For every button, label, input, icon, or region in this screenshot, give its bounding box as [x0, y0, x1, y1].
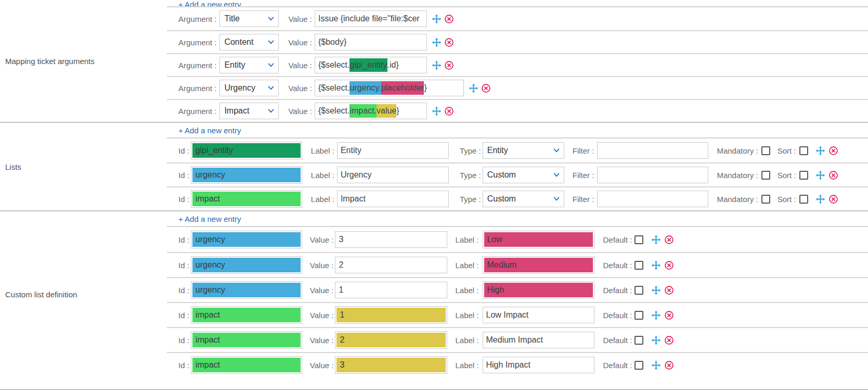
delete-icon[interactable]: [444, 60, 454, 70]
delete-icon[interactable]: [444, 14, 454, 24]
value-text: .id}: [387, 60, 399, 70]
move-icon[interactable]: [651, 235, 661, 245]
argument-select[interactable]: Urgency: [219, 80, 279, 96]
add-entry-link-mapping[interactable]: + Add a new entry: [178, 0, 241, 6]
value-label: Value :: [310, 286, 334, 295]
move-icon[interactable]: [432, 37, 442, 47]
delete-icon[interactable]: [664, 260, 674, 270]
id-input[interactable]: impact: [191, 331, 302, 349]
mandatory-checkbox[interactable]: [761, 195, 770, 204]
delete-icon[interactable]: [828, 194, 838, 204]
label-input[interactable]: High: [483, 281, 594, 299]
delete-icon[interactable]: [828, 146, 838, 156]
filter-input[interactable]: [597, 167, 708, 183]
move-icon[interactable]: [651, 335, 661, 345]
argument-select[interactable]: Title: [219, 10, 279, 27]
argument-select[interactable]: Content: [219, 34, 279, 51]
move-icon[interactable]: [651, 310, 661, 320]
label-input[interactable]: Low: [483, 231, 594, 248]
id-text: impact: [196, 360, 220, 370]
sort-checkbox[interactable]: [799, 195, 808, 204]
sort-label: Sort :: [778, 146, 796, 155]
move-icon[interactable]: [432, 60, 442, 70]
label-input[interactable]: [483, 332, 594, 348]
delete-icon[interactable]: [664, 285, 674, 295]
id-input[interactable]: impact: [191, 190, 302, 208]
custom-row-impact-low: Id : impact Value : 1 Label : Default :: [167, 302, 868, 327]
move-icon[interactable]: [815, 146, 825, 156]
delete-icon[interactable]: [444, 106, 454, 116]
id-label: Id :: [178, 171, 189, 180]
default-checkbox[interactable]: [634, 286, 643, 295]
default-label: Default :: [603, 336, 632, 345]
value-input[interactable]: [335, 257, 447, 273]
id-input[interactable]: urgency: [191, 231, 302, 248]
label-input[interactable]: Medium: [483, 256, 594, 274]
value-input[interactable]: 3: [335, 356, 447, 374]
default-checkbox[interactable]: [634, 336, 643, 345]
id-input[interactable]: impact: [191, 306, 302, 324]
delete-icon[interactable]: [481, 83, 491, 93]
delete-icon[interactable]: [664, 335, 674, 345]
chevron-down-icon: [267, 39, 275, 46]
type-select[interactable]: Entity: [483, 142, 564, 159]
delete-icon[interactable]: [664, 360, 674, 370]
label-input[interactable]: [337, 142, 449, 159]
move-icon[interactable]: [815, 170, 825, 180]
argument-select[interactable]: Entity: [219, 57, 279, 73]
value-input[interactable]: 1: [335, 306, 447, 324]
argument-select[interactable]: Impact: [219, 103, 279, 119]
value-input[interactable]: {$body}: [315, 34, 427, 51]
default-checkbox[interactable]: [634, 261, 643, 270]
chevron-down-icon: [267, 107, 275, 115]
delete-icon[interactable]: [664, 235, 674, 245]
type-select[interactable]: Custom: [483, 191, 564, 207]
value-input[interactable]: {$select.glpi_entity.id}: [315, 57, 427, 73]
value-label: Value :: [310, 311, 334, 320]
value-input[interactable]: [335, 282, 447, 298]
move-icon[interactable]: [651, 260, 661, 270]
default-label: Default :: [603, 286, 632, 295]
value-input[interactable]: Issue {include file="file:$cer: [315, 10, 427, 27]
mandatory-checkbox[interactable]: [761, 171, 770, 180]
value-label: Value :: [288, 61, 312, 70]
type-select[interactable]: Custom: [483, 167, 564, 183]
id-input[interactable]: urgency: [191, 256, 302, 274]
mandatory-checkbox[interactable]: [761, 146, 770, 155]
move-icon[interactable]: [432, 14, 442, 24]
sort-checkbox[interactable]: [799, 171, 808, 180]
label-input[interactable]: [337, 191, 449, 207]
label-input[interactable]: [483, 357, 594, 373]
delete-icon[interactable]: [664, 310, 674, 320]
value-input[interactable]: {$select.urgency.placeholder}: [315, 80, 464, 96]
sort-checkbox[interactable]: [799, 146, 808, 155]
move-icon[interactable]: [432, 106, 442, 116]
default-label: Default :: [603, 235, 632, 244]
move-icon[interactable]: [815, 194, 825, 204]
move-icon[interactable]: [651, 285, 661, 295]
delete-icon[interactable]: [828, 170, 838, 180]
id-input[interactable]: impact: [191, 356, 302, 374]
move-icon[interactable]: [469, 83, 478, 93]
id-input[interactable]: urgency: [191, 281, 302, 299]
value-input[interactable]: 2: [335, 331, 447, 349]
add-entry-link-custom[interactable]: + Add a new entry: [178, 215, 241, 223]
label-label: Label :: [455, 311, 478, 320]
id-text: impact: [196, 335, 220, 345]
default-checkbox[interactable]: [634, 361, 643, 370]
filter-input[interactable]: [597, 191, 708, 207]
value-input[interactable]: [335, 231, 447, 248]
value-input[interactable]: {$select.impact.value}: [315, 103, 427, 119]
list-row-urgency: Id : urgency Label : Type : Custom Filte…: [167, 162, 868, 186]
default-checkbox[interactable]: [634, 311, 643, 320]
id-input[interactable]: urgency: [191, 166, 302, 184]
id-input[interactable]: glpi_entity: [191, 142, 302, 159]
move-icon[interactable]: [651, 360, 661, 370]
filter-input[interactable]: [597, 142, 708, 159]
delete-icon[interactable]: [444, 37, 454, 47]
add-entry-link-lists[interactable]: + Add a new entry: [178, 126, 241, 135]
custom-row-urgency-low: Id : urgency Value : Label : Low Default…: [167, 227, 868, 252]
label-input[interactable]: [483, 307, 594, 323]
default-checkbox[interactable]: [634, 235, 643, 244]
label-input[interactable]: [337, 167, 449, 183]
